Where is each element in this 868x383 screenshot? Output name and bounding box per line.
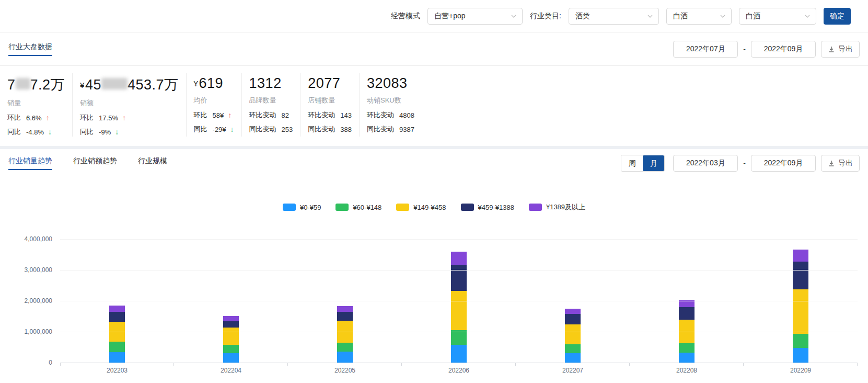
- overview-title-tab[interactable]: 行业大盘数据: [8, 42, 52, 56]
- bar-segment[interactable]: [337, 306, 353, 312]
- kpi-label: 店铺数量: [308, 96, 352, 105]
- bar-segment[interactable]: [337, 352, 353, 363]
- dashboard-page: 经营模式 自营+pop 行业类目: 酒类 白酒 白酒 确定 行业大盘数据 202…: [0, 0, 868, 376]
- date-separator: -: [743, 159, 746, 167]
- date-separator: -: [743, 45, 746, 53]
- metric-name: 同比变动: [308, 125, 335, 134]
- download-icon: [828, 160, 835, 167]
- overview-controls: 2022年07月 - 2022年09月 导出: [673, 41, 860, 58]
- bar-segment[interactable]: [679, 307, 695, 320]
- bar-segment[interactable]: [451, 345, 467, 363]
- bar-segment[interactable]: [793, 262, 808, 289]
- trend-date-end[interactable]: 2022年09月: [751, 155, 816, 172]
- subcategory2-select-value: 白酒: [746, 12, 760, 21]
- metric-value: 388: [340, 126, 352, 133]
- bar-segment[interactable]: [793, 289, 808, 334]
- category-label: 行业类目:: [530, 12, 561, 21]
- kpi-card: 1312品牌数量环比变动82同比变动253: [241, 73, 300, 137]
- bar-segment[interactable]: [793, 348, 808, 363]
- tab-sales-volume-trend[interactable]: 行业销量趋势: [8, 156, 52, 170]
- category-select[interactable]: 酒类: [569, 8, 659, 25]
- bar-segment[interactable]: [565, 314, 581, 324]
- filter-bar: 经营模式 自营+pop 行业类目: 酒类 白酒 白酒 确定: [0, 0, 868, 32]
- down-arrow-icon: ↓: [230, 125, 234, 133]
- bar-segment[interactable]: [223, 328, 239, 345]
- chevron-down-icon: [804, 13, 811, 19]
- subcategory2-select[interactable]: 白酒: [739, 8, 816, 25]
- metric-name: 环比变动: [249, 110, 276, 120]
- trend-tabs: 行业销量趋势 行业销额趋势 行业规模: [8, 156, 167, 170]
- trend-export-button[interactable]: 导出: [821, 155, 860, 172]
- metric-value: 9387: [399, 126, 414, 133]
- overview-date-start[interactable]: 2022年07月: [673, 41, 738, 58]
- trend-header: 行业销量趋势 行业销额趋势 行业规模 周 月 2022年03月 - 2022年0…: [0, 149, 868, 177]
- legend-label: ¥459-¥1388: [478, 204, 514, 211]
- bar-segment[interactable]: [565, 353, 581, 363]
- bar-segment[interactable]: [109, 342, 125, 352]
- y-axis-tick-label: 0: [0, 359, 52, 366]
- period-month-button[interactable]: 月: [643, 155, 664, 171]
- bar-segment[interactable]: [109, 312, 125, 322]
- bar-segment[interactable]: [337, 343, 353, 352]
- bar-segment[interactable]: [793, 334, 808, 348]
- bar-segment[interactable]: [451, 252, 467, 265]
- bar-segment[interactable]: [451, 330, 467, 345]
- bar-segment[interactable]: [223, 321, 239, 328]
- bar-segment[interactable]: [565, 324, 581, 344]
- value-text: 7: [7, 77, 16, 93]
- bar-segment[interactable]: [679, 353, 695, 363]
- metric-name: 同比: [7, 127, 21, 137]
- download-icon: [828, 46, 835, 53]
- trend-date-start[interactable]: 2022年03月: [673, 155, 738, 172]
- bar-segment[interactable]: [223, 353, 239, 363]
- kpi-metric-row: 环比6.6%↑: [7, 113, 65, 122]
- mode-select[interactable]: 自营+pop: [427, 8, 523, 25]
- kpi-value: 32083: [367, 75, 414, 92]
- bar-segment[interactable]: [793, 250, 808, 261]
- confirm-button[interactable]: 确定: [824, 8, 851, 25]
- metric-name: 环比变动: [367, 110, 394, 120]
- mode-select-value: 自营+pop: [434, 12, 466, 21]
- bar-segment[interactable]: [337, 312, 353, 321]
- metric-value: 253: [282, 126, 293, 133]
- bar-segment[interactable]: [565, 309, 581, 314]
- legend-label: ¥1389及以上: [546, 202, 585, 212]
- legend-item[interactable]: ¥0-¥59: [283, 202, 321, 212]
- legend-item[interactable]: ¥459-¥1388: [461, 202, 514, 212]
- overview-export-button[interactable]: 导出: [821, 41, 860, 58]
- metric-name: 环比: [194, 110, 207, 120]
- period-week-button[interactable]: 周: [621, 155, 643, 171]
- kpi-card: 77.2万销量环比6.6%↑同比-4.8%↓: [7, 73, 72, 137]
- y-axis-tick-label: 3,000,000: [0, 266, 52, 274]
- subcategory-select[interactable]: 白酒: [666, 8, 732, 25]
- kpi-label: 动销SKU数: [367, 96, 414, 105]
- overview-date-end[interactable]: 2022年09月: [751, 41, 816, 58]
- bar-segment[interactable]: [223, 345, 239, 354]
- kpi-metric-row: 同比-29¥↓: [194, 125, 234, 134]
- kpi-label: 销量: [7, 98, 65, 108]
- bar-segment[interactable]: [451, 291, 467, 331]
- y-axis-tick-label: 2,000,000: [0, 297, 52, 305]
- kpi-value: ¥45453.7万: [80, 75, 178, 94]
- tab-sales-amount-trend[interactable]: 行业销额趋势: [73, 156, 117, 170]
- metric-value: 58¥: [213, 111, 224, 119]
- bar-segment[interactable]: [109, 352, 125, 363]
- bar-segment[interactable]: [679, 343, 695, 353]
- x-axis-tick-label: 202205: [288, 367, 402, 374]
- censored-value: [16, 78, 30, 89]
- kpi-metric-row: 环比变动82: [249, 110, 293, 120]
- bar-segment[interactable]: [565, 344, 581, 353]
- kpi-value: 77.2万: [7, 75, 65, 94]
- x-axis-tick-label: 202208: [630, 367, 744, 374]
- legend-swatch: [461, 204, 474, 211]
- tab-industry-scale[interactable]: 行业规模: [138, 156, 167, 170]
- bar-segment[interactable]: [109, 306, 125, 312]
- kpi-metric-row: 同比变动388: [308, 125, 352, 134]
- trend-controls: 周 月 2022年03月 - 2022年09月 导出: [621, 155, 860, 172]
- bar-segment[interactable]: [451, 265, 467, 291]
- up-arrow-icon: ↑: [46, 114, 50, 122]
- legend-item[interactable]: ¥1389及以上: [529, 202, 585, 212]
- legend-item[interactable]: ¥149-¥458: [396, 202, 446, 212]
- bar-segment[interactable]: [223, 316, 239, 321]
- legend-item[interactable]: ¥60-¥148: [335, 202, 381, 212]
